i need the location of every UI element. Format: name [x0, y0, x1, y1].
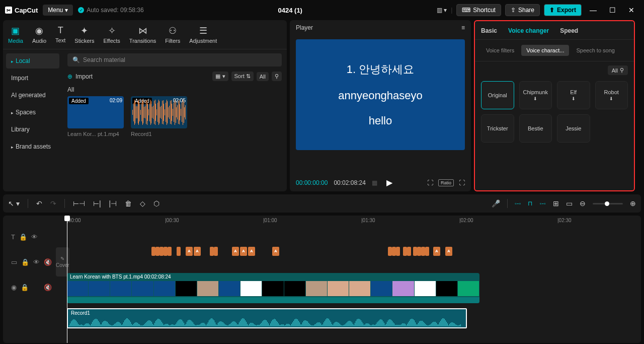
close-button[interactable]: ✕ [624, 6, 639, 14]
shortcut-button[interactable]: ⌨ Shortcut [456, 4, 501, 16]
filter-icon-button[interactable]: ⚲ [272, 72, 282, 81]
split-left-button[interactable]: ⊢| [93, 199, 101, 208]
audio-track[interactable]: Record1 [61, 306, 641, 326]
timeline-body[interactable]: |00:00|00:30|01:00|01:30|02:00|02:30 AAA… [61, 216, 641, 343]
zoom-slider[interactable] [593, 203, 623, 204]
export-button[interactable]: ⬆ Export [544, 4, 582, 16]
snap-button[interactable]: ◦-◦ [515, 200, 521, 207]
audio-track-icon: ◉ [11, 284, 17, 291]
mute-icon[interactable]: 🔇 [44, 284, 52, 291]
video-clip[interactable]: Learn Korean with BTS pt.1.mp4 00:02:08:… [67, 273, 479, 303]
tab-media[interactable]: ▣Media [8, 23, 23, 49]
redo-button[interactable]: ↷ [50, 199, 56, 208]
menu-button[interactable]: Menu ▾ [43, 5, 73, 16]
link-button[interactable]: ◦-◦ [539, 200, 546, 207]
stickers-icon: ✦ [74, 25, 94, 36]
voice-trickster[interactable]: Trickster [481, 114, 514, 143]
sidebar-item-local[interactable]: ▸Local [6, 53, 59, 68]
fullscreen-icon[interactable]: ⛶ [459, 179, 465, 186]
tab-voice-changer[interactable]: Voice changer [508, 25, 549, 39]
voice-original[interactable]: Original [481, 81, 514, 109]
ratio-button[interactable]: Ratio [438, 179, 454, 186]
selection-tool[interactable]: ↖ ▾ [8, 199, 20, 208]
visibility-icon[interactable]: 👁 [31, 233, 38, 241]
split-button[interactable]: ⊢⊣ [73, 199, 85, 208]
overlay-text: annyeonghaseyo [338, 89, 423, 102]
voice-chipmunk[interactable]: Chipmunk⬇ [519, 81, 552, 109]
search-icon: 🔍 [72, 56, 80, 63]
delete-button[interactable]: 🗑 [125, 199, 132, 208]
track-button[interactable]: ▭ [566, 199, 573, 208]
sidebar-item-library[interactable]: Library [6, 122, 59, 137]
video-track[interactable]: Learn Korean with BTS pt.1.mp4 00:02:08:… [61, 273, 641, 303]
import-button[interactable]: ⊕ Import [67, 73, 207, 80]
audio-clip[interactable]: Record1 [67, 308, 467, 328]
media-thumb[interactable]: Added 02:09 Learn Kor... pt.1.mp4 [67, 96, 124, 137]
media-thumb[interactable]: Added 02:05 Record1 [131, 96, 187, 137]
tab-stickers[interactable]: ✦Stickers [74, 23, 94, 49]
undo-button[interactable]: ↶ [36, 199, 42, 208]
magnet-button[interactable]: ⊓ [528, 200, 532, 207]
player-menu-icon[interactable]: ≡ [461, 24, 465, 31]
zoom-out-button[interactable]: ⊖ [580, 199, 586, 208]
player-panel: Player ≡ 1. 안녕하세요 annyeonghaseyo hello 0… [290, 20, 471, 191]
zoom-in-button[interactable]: ⊕ [630, 199, 636, 208]
voice-filter-all[interactable]: All⚲ [608, 65, 628, 75]
voice-robot[interactable]: Robot⬇ [595, 81, 628, 109]
tab-text[interactable]: TText [55, 23, 65, 49]
crop-button[interactable]: ◇ [140, 199, 145, 208]
props-tabs: Basic Voice changer Speed [475, 21, 634, 40]
subtab-voice-characters[interactable]: Voice charact... [521, 45, 569, 56]
tab-filters[interactable]: ⚇Filters [165, 23, 180, 49]
mic-button[interactable]: 🎤 [492, 199, 500, 208]
adjustment-icon: ☰ [189, 25, 217, 36]
audio-icon: ◉ [32, 25, 46, 36]
media-tabs: ▣Media ◉Audio TText ✦Stickers ✧Effects ⋈… [3, 20, 287, 49]
subtab-speech-to-song[interactable]: Speech to song [571, 45, 619, 56]
mute-icon[interactable]: 🔇 [44, 258, 52, 266]
sort-button[interactable]: Sort ⇅ [231, 72, 254, 81]
voice-elf[interactable]: Elf⬇ [557, 81, 590, 109]
maximize-button[interactable]: ☐ [605, 6, 620, 14]
text-track[interactable]: AAAAAAAA [61, 242, 641, 262]
play-button[interactable]: ▶ [386, 178, 392, 187]
share-button[interactable]: ⇪ Share [505, 4, 540, 16]
filter-all-button[interactable]: All [257, 72, 269, 81]
minimize-button[interactable]: — [586, 6, 601, 14]
added-badge: Added [69, 98, 89, 104]
audio-clip-label: Record1 [71, 310, 90, 316]
playhead[interactable] [67, 216, 67, 343]
autosave-status: ✓ Auto saved: 09:58:36 [78, 7, 143, 14]
grid-icon[interactable]: ▦ [372, 179, 377, 186]
layout-icon[interactable]: ▥ ▾ [437, 7, 447, 14]
timeline: T 🔒 👁 ▭ 🔒 👁 🔇 ✎ Cover ◉ 🔒 🔇 |00:00|00:30… [3, 216, 641, 343]
tab-speed[interactable]: Speed [560, 25, 578, 39]
player-viewport[interactable]: 1. 안녕하세요 annyeonghaseyo hello [296, 39, 465, 150]
sidebar-item-ai[interactable]: AI generated [6, 88, 59, 103]
tab-effects[interactable]: ✧Effects [103, 23, 120, 49]
scan-icon[interactable]: ⛶ [427, 179, 433, 186]
lock-icon[interactable]: 🔒 [19, 233, 27, 241]
sidebar-item-brand[interactable]: ▸Brand assets [6, 139, 59, 154]
text-track-icon: T [11, 233, 15, 241]
tab-transitions[interactable]: ⋈Transitions [129, 23, 156, 49]
split-right-button[interactable]: |⊣ [109, 199, 117, 208]
tab-audio[interactable]: ◉Audio [32, 23, 46, 49]
marker-button[interactable]: ⬡ [153, 199, 159, 208]
voice-bestie[interactable]: Bestie [519, 114, 552, 143]
voice-jessie[interactable]: Jessie [557, 114, 590, 143]
tab-adjustment[interactable]: ☰Adjustment [189, 23, 217, 49]
subtab-voice-filters[interactable]: Voice filters [481, 45, 519, 56]
visibility-icon[interactable]: 👁 [33, 258, 40, 266]
tab-basic[interactable]: Basic [481, 25, 497, 39]
search-input[interactable]: 🔍 Search material [67, 53, 282, 66]
lock-icon[interactable]: 🔒 [21, 258, 29, 266]
app-logo: ✂ CapCut [5, 7, 38, 14]
sidebar-item-import[interactable]: Import [6, 71, 59, 86]
grid-view-button[interactable]: ▦ ▾ [212, 72, 228, 81]
timeline-ruler[interactable]: |00:00|00:30|01:00|01:30|02:00|02:30 [61, 216, 641, 227]
sidebar-item-spaces[interactable]: ▸Spaces [6, 105, 59, 120]
lock-icon[interactable]: 🔒 [21, 284, 29, 291]
preview-button[interactable]: ⊞ [553, 199, 559, 208]
video-thumbnails [67, 281, 479, 296]
